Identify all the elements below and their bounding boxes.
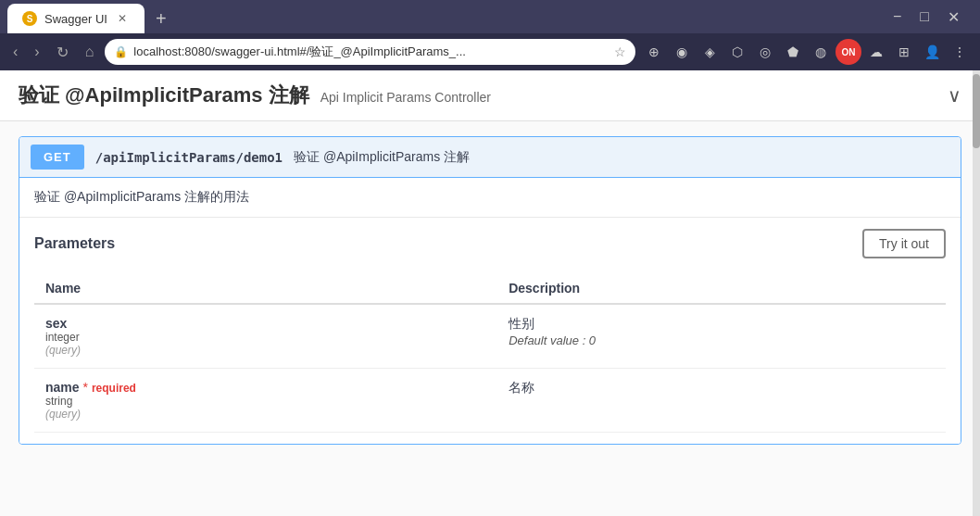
col-description-header: Description bbox=[497, 273, 946, 304]
tab-favicon: S bbox=[22, 11, 37, 26]
param-name: sex bbox=[45, 316, 67, 331]
endpoint-header[interactable]: GET /apiImplicitParams/demo1 验证 @ApiImpl… bbox=[19, 137, 961, 178]
forward-button[interactable]: › bbox=[29, 40, 44, 64]
param-default: Default value : 0 bbox=[509, 334, 596, 347]
param-location: (query) bbox=[45, 408, 486, 421]
method-badge: GET bbox=[31, 145, 84, 170]
param-type: integer bbox=[45, 331, 486, 344]
param-name-cell: sexinteger(query) bbox=[34, 304, 497, 369]
minimize-button[interactable]: − bbox=[887, 6, 907, 28]
browser-icon-4[interactable]: ◎ bbox=[752, 39, 778, 65]
active-tab[interactable]: S Swagger UI ✕ bbox=[7, 4, 144, 33]
param-name: name bbox=[45, 380, 80, 395]
swagger-collapse-button[interactable]: ∨ bbox=[948, 84, 961, 107]
address-text: localhost:8080/swagger-ui.html#/验证_@ApiI… bbox=[133, 44, 609, 60]
required-label: required bbox=[92, 382, 136, 395]
tab-close-button[interactable]: ✕ bbox=[115, 11, 130, 26]
maximize-button[interactable]: □ bbox=[914, 6, 935, 28]
param-location: (query) bbox=[45, 344, 486, 357]
swagger-subtitle: Api Implicit Params Controller bbox=[320, 90, 491, 105]
browser-icon-2[interactable]: ◈ bbox=[697, 39, 722, 65]
swagger-main-title: 验证 @ApiImplicitParams 注解 bbox=[19, 82, 309, 109]
refresh-button[interactable]: ↻ bbox=[51, 40, 74, 65]
parameters-title: Parameters bbox=[34, 235, 115, 252]
endpoint-body: 验证 @ApiImplicitParams 注解的用法 Parameters T… bbox=[19, 178, 961, 444]
extensions-icon[interactable]: ⊕ bbox=[641, 39, 667, 65]
browser-toolbar: ⊕ ◉ ◈ ⬡ ◎ ⬟ ◍ ON ☁ ⊞ 👤 ⋮ bbox=[641, 39, 973, 65]
window-controls: − □ ✕ bbox=[887, 6, 973, 28]
back-button[interactable]: ‹ bbox=[7, 40, 23, 64]
browser-icon-3[interactable]: ⬡ bbox=[724, 39, 750, 65]
address-input[interactable]: 🔒 localhost:8080/swagger-ui.html#/验证_@Ap… bbox=[105, 39, 635, 65]
api-section: GET /apiImplicitParams/demo1 验证 @ApiImpl… bbox=[19, 136, 961, 445]
tab-title: Swagger UI bbox=[44, 12, 107, 26]
browser-icon-1[interactable]: ◉ bbox=[669, 39, 695, 65]
parameters-header: Parameters Try it out bbox=[34, 229, 946, 258]
puzzle-icon[interactable]: ⊞ bbox=[891, 39, 917, 65]
swagger-header: 验证 @ApiImplicitParams 注解 Api Implicit Pa… bbox=[0, 70, 980, 121]
address-bar: ‹ › ↻ ⌂ 🔒 localhost:8080/swagger-ui.html… bbox=[0, 33, 980, 70]
lock-icon: 🔒 bbox=[114, 45, 128, 58]
parameters-table: Name Description sexinteger(query)性别Defa… bbox=[34, 273, 946, 433]
param-description: 名称 bbox=[509, 380, 534, 395]
parameters-section: Parameters Try it out Name Description bbox=[19, 218, 961, 444]
param-description-cell: 性别Default value : 0 bbox=[497, 304, 946, 369]
table-row: sexinteger(query)性别Default value : 0 bbox=[34, 304, 946, 369]
close-button[interactable]: ✕ bbox=[942, 6, 965, 28]
col-name-header: Name bbox=[34, 273, 497, 304]
try-it-out-button[interactable]: Try it out bbox=[862, 229, 946, 258]
table-row: name* requiredstring(query)名称 bbox=[34, 369, 946, 433]
new-tab-button[interactable]: + bbox=[144, 4, 178, 33]
on-badge-icon[interactable]: ON bbox=[836, 39, 861, 65]
param-name-cell: name* requiredstring(query) bbox=[34, 369, 497, 433]
browser-icon-6[interactable]: ◍ bbox=[808, 39, 834, 65]
table-header-row: Name Description bbox=[34, 273, 946, 304]
param-description-cell: 名称 bbox=[497, 369, 946, 433]
browser-icon-5[interactable]: ⬟ bbox=[780, 39, 806, 65]
menu-icon[interactable]: ⋮ bbox=[947, 39, 973, 65]
scrollbar-thumb[interactable] bbox=[973, 74, 980, 148]
cloud-icon[interactable]: ☁ bbox=[863, 39, 889, 65]
endpoint-path: /apiImplicitParams/demo1 bbox=[95, 150, 283, 165]
param-description: 性别 bbox=[509, 316, 534, 331]
home-button[interactable]: ⌂ bbox=[80, 40, 100, 64]
swagger-title-group: 验证 @ApiImplicitParams 注解 Api Implicit Pa… bbox=[19, 82, 491, 109]
scrollbar[interactable] bbox=[973, 70, 980, 516]
bookmark-icon[interactable]: ☆ bbox=[614, 44, 626, 59]
profile-icon[interactable]: 👤 bbox=[919, 39, 945, 65]
endpoint-summary: 验证 @ApiImplicitParams 注解的用法 bbox=[19, 178, 961, 218]
endpoint-description: 验证 @ApiImplicitParams 注解 bbox=[294, 149, 470, 166]
param-type: string bbox=[45, 395, 486, 408]
page-content: 验证 @ApiImplicitParams 注解 Api Implicit Pa… bbox=[0, 70, 980, 516]
